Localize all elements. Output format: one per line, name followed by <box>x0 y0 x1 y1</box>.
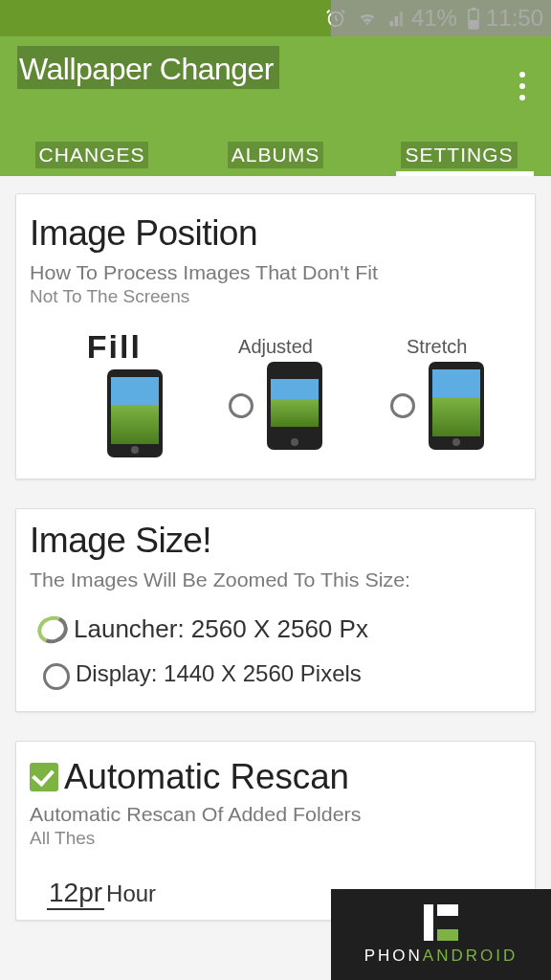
tab-albums[interactable]: ALBUMS <box>184 134 367 176</box>
phone-preview-stretch-icon <box>429 362 484 450</box>
card-image-position: Image Position How To Process Images Tha… <box>15 193 536 479</box>
watermark-text: PHONANDROID <box>364 947 518 966</box>
radio-adjusted[interactable] <box>229 393 253 418</box>
tab-bar: CHANGES ALBUMS SETTINGS <box>0 134 551 176</box>
card-subtitle2: All Thes <box>30 828 521 849</box>
option-adjusted[interactable]: Adjusted <box>195 336 357 450</box>
option-fill[interactable]: Fill <box>33 328 195 457</box>
tab-label: CHANGES <box>35 142 149 168</box>
checkbox-auto-rescan[interactable] <box>30 763 58 791</box>
card-subtitle: The Images Will Be Zoomed To This Size: <box>30 568 531 591</box>
size-option-launcher[interactable]: Launcher: 2560 X 2560 Px <box>37 614 521 644</box>
app-bar: Wallpaper Changer CHANGES ALBUMS SETTING… <box>0 36 551 176</box>
interval-value[interactable]: 12pr <box>47 878 104 910</box>
interval-unit: Hour <box>106 880 156 907</box>
settings-content: Image Position How To Process Images Tha… <box>0 176 551 967</box>
status-bar: 41% 11:50 <box>0 0 551 36</box>
tab-label: SETTINGS <box>401 142 517 168</box>
radio-stretch[interactable] <box>390 393 415 418</box>
card-subtitle: Automatic Rescan Of Added Folders <box>30 803 531 826</box>
card-subtitle2: Not To The Screens <box>30 286 521 307</box>
card-image-size: Image Size! The Images Will Be Zoomed To… <box>15 508 536 712</box>
tab-changes[interactable]: CHANGES <box>0 134 184 176</box>
card-title: Image Position <box>30 213 536 254</box>
card-subtitle: How To Process Images That Don't Fit <box>30 261 531 284</box>
option-label: Stretch <box>407 336 467 358</box>
card-title: Automatic Rescan <box>64 757 349 797</box>
tab-label: ALBUMS <box>228 142 323 168</box>
size-option-display[interactable]: Display: 1440 X 2560 Pixels <box>43 657 521 690</box>
tab-settings[interactable]: SETTINGS <box>367 134 551 176</box>
watermark-logo-icon <box>424 904 458 941</box>
radio-display[interactable] <box>43 663 70 690</box>
card-title: Image Size! <box>30 521 536 561</box>
size-label: Display: 1440 X 2560 Pixels <box>76 660 362 687</box>
app-title: Wallpaper Changer <box>17 46 279 89</box>
option-label: Adjusted <box>238 336 313 358</box>
phone-preview-fill-icon <box>107 369 163 457</box>
phone-preview-adjusted-icon <box>267 362 322 450</box>
overflow-menu-button[interactable] <box>511 69 534 103</box>
watermark-phonandroid: PHONANDROID <box>331 889 551 980</box>
option-stretch[interactable]: Stretch <box>356 336 518 450</box>
radio-launcher[interactable] <box>33 612 72 647</box>
status-bar-highlight <box>331 0 551 36</box>
option-label: Fill <box>87 328 142 366</box>
size-label: Launcher: 2560 X 2560 Px <box>74 614 368 644</box>
